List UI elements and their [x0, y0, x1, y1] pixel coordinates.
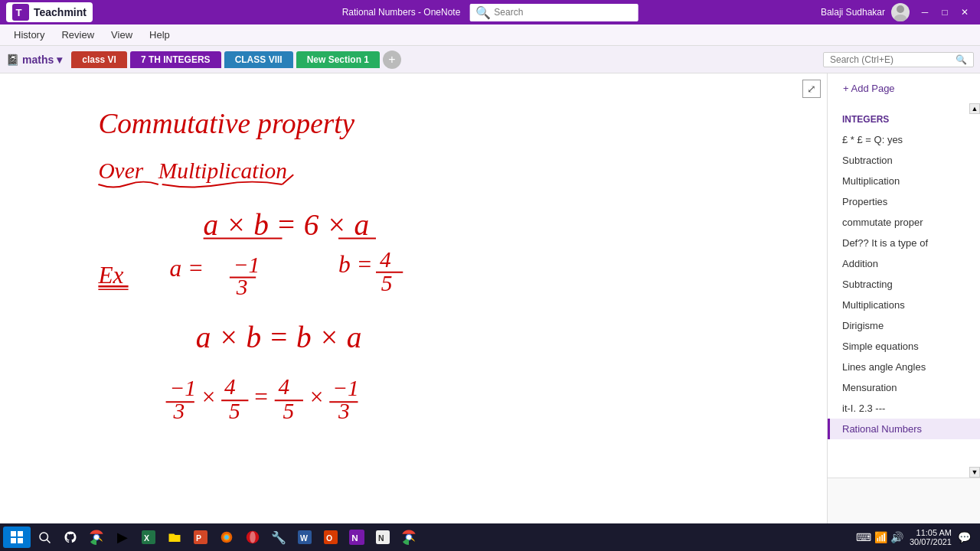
canvas: ⤢ Commutative property Over Multiplicati…	[0, 73, 827, 523]
taskbar-github[interactable]	[58, 527, 83, 548]
svg-text:4: 4	[279, 374, 290, 399]
sidebar-item-formula[interactable]: £ * £ = Q: yes	[828, 129, 980, 150]
sidebar-item-multiplication[interactable]: Multiplication	[828, 171, 980, 191]
svg-text:5: 5	[229, 399, 240, 423]
teachmint-logo-icon: T	[12, 4, 29, 21]
svg-point-3	[894, 15, 906, 21]
sidebar-item-subtraction[interactable]: Subtraction	[828, 150, 980, 171]
menu-view[interactable]: View	[103, 26, 140, 44]
svg-text:a × b = 6 × a: a × b = 6 × a	[204, 208, 370, 241]
sidebar-item-def[interactable]: Def?? It is a type of	[828, 233, 980, 253]
tab-integers[interactable]: 7 TH INTEGERS	[130, 51, 221, 68]
powerpoint-icon: P	[194, 530, 207, 544]
scroll-down-button[interactable]: ▼	[969, 467, 980, 478]
taskbar-excel[interactable]: X	[136, 527, 161, 548]
sidebar-item-simple-equations[interactable]: Simple equations	[828, 336, 980, 357]
title-bar: T Teachmint Rational Numbers - OneNote 🔍…	[0, 0, 980, 24]
taskbar-search-icon[interactable]	[32, 527, 57, 548]
svg-text:3: 3	[172, 399, 185, 423]
teachmint-logo: T Teachmint	[6, 2, 93, 22]
svg-text:Over: Over	[98, 158, 143, 183]
sidebar-item-dirigisme[interactable]: Dirigisme	[828, 315, 980, 336]
svg-text:b =: b =	[338, 251, 373, 278]
taskbar-tool[interactable]: 🔧	[266, 527, 291, 548]
taskbar-notion[interactable]: N	[371, 527, 395, 548]
svg-text:5: 5	[381, 271, 393, 295]
scroll-up-button[interactable]: ▲	[969, 103, 980, 114]
taskbar-chrome[interactable]	[84, 527, 109, 548]
svg-text:4: 4	[380, 247, 391, 272]
svg-text:N: N	[378, 533, 384, 543]
taskbar-files[interactable]	[162, 527, 187, 548]
svg-line-43	[47, 540, 51, 543]
title-bar-left: T Teachmint	[6, 2, 93, 22]
sidebar-header: + Add Page	[828, 73, 980, 103]
svg-text:3: 3	[338, 399, 350, 423]
tab-search-input[interactable]	[830, 54, 952, 65]
media-icon: ▶	[117, 529, 128, 546]
chrome-icon	[89, 530, 104, 545]
taskbar-right: ⌨ 📶 🔊 11:05 AM 30/07/2021 💬	[856, 528, 977, 546]
taskbar-chrome2[interactable]	[397, 527, 421, 548]
notebook-name: maths	[22, 54, 54, 66]
maximize-button[interactable]: □	[936, 5, 954, 20]
taskbar-firefox[interactable]	[214, 527, 239, 548]
menu-bar: History Review View Help	[0, 24, 980, 46]
opera-icon	[246, 530, 260, 544]
taskbar-word[interactable]: W	[292, 527, 317, 548]
svg-text:P: P	[196, 533, 201, 543]
tab-new-section[interactable]: New Section 1	[296, 51, 380, 68]
svg-text:X: X	[144, 533, 149, 543]
firefox-icon	[220, 530, 234, 544]
svg-text:×: ×	[310, 383, 324, 410]
sidebar-item-mensuration[interactable]: Mensuration	[828, 377, 980, 398]
title-search-input[interactable]	[494, 7, 632, 18]
sidebar-item-multiplications[interactable]: Multiplications	[828, 295, 980, 315]
taskbar-onenote[interactable]: N	[345, 527, 369, 548]
tab-search-box[interactable]: 🔍	[823, 52, 974, 67]
sidebar-item-commutate[interactable]: commutate proper	[828, 212, 980, 233]
menu-review[interactable]: Review	[54, 26, 102, 44]
tab-class-vi[interactable]: class VI	[71, 51, 127, 68]
sidebar-item-rational-numbers[interactable]: Rational Numbers	[828, 419, 980, 439]
svg-text:=: =	[254, 383, 268, 410]
user-avatar	[891, 3, 910, 21]
title-search-box[interactable]: 🔍	[469, 4, 638, 21]
taskbar-powerpoint[interactable]: P	[188, 527, 213, 548]
taskbar-opera[interactable]	[240, 527, 265, 548]
windows-icon	[11, 531, 23, 543]
notification-icon[interactable]: 💬	[958, 531, 971, 543]
svg-text:−1: −1	[332, 376, 359, 400]
add-page-button[interactable]: + Add Page	[837, 80, 901, 97]
taskbar-media[interactable]: ▶	[110, 527, 135, 548]
sidebar-item-subtracting[interactable]: Subtracting	[828, 274, 980, 295]
sidebar-item-integers-heading[interactable]: INTEGERS	[828, 106, 980, 129]
svg-text:Ex: Ex	[97, 262, 123, 289]
tab-bar: 📓 maths ▾ class VI 7 TH INTEGERS CLASS V…	[0, 46, 980, 73]
svg-rect-41	[18, 538, 23, 543]
taskbar-clock: 11:05 AM 30/07/2021	[910, 528, 952, 546]
notion-icon: N	[376, 530, 390, 544]
user-name: Balaji Sudhakar	[821, 7, 885, 18]
tool-icon: 🔧	[271, 530, 286, 545]
sidebar-item-lines-angle[interactable]: Lines angle Angles	[828, 357, 980, 377]
sidebar-item-properties[interactable]: Properties	[828, 191, 980, 212]
svg-text:−1: −1	[170, 376, 197, 400]
taskbar-office[interactable]: O	[318, 527, 343, 548]
excel-icon: X	[142, 530, 155, 544]
sidebar-item-it[interactable]: it-I. 2.3 ---	[828, 398, 980, 419]
add-tab-button[interactable]: +	[383, 51, 401, 69]
start-button[interactable]	[3, 527, 31, 548]
menu-history[interactable]: History	[6, 26, 52, 44]
sidebar-item-addition[interactable]: Addition	[828, 253, 980, 274]
svg-rect-38	[11, 531, 16, 536]
minimize-button[interactable]: ─	[916, 5, 934, 20]
svg-rect-40	[11, 538, 16, 543]
close-button[interactable]: ✕	[956, 5, 974, 20]
expand-button[interactable]: ⤢	[802, 80, 821, 98]
search-taskbar-icon	[38, 530, 51, 544]
tab-class-viii[interactable]: CLASS VIII	[224, 51, 293, 68]
menu-help[interactable]: Help	[142, 26, 178, 44]
title-bar-right: Balaji Sudhakar ─ □ ✕	[821, 3, 974, 21]
notebook-chevron-icon[interactable]: ▾	[57, 54, 62, 66]
